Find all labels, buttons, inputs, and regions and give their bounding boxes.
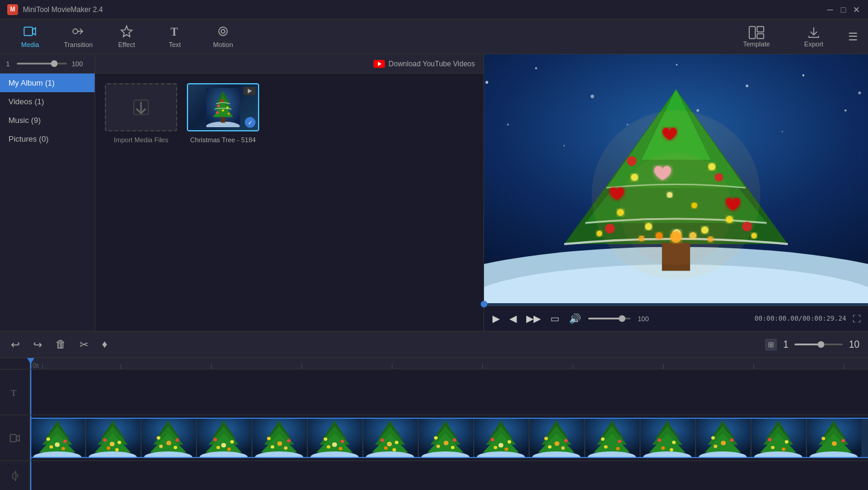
nav-my-album[interactable]: My Album (1) xyxy=(0,74,95,92)
toolbar-text[interactable]: T Text xyxy=(151,21,199,52)
progress-bar[interactable] xyxy=(484,303,868,306)
nav-music[interactable]: Music (9) xyxy=(0,111,95,130)
svg-point-30 xyxy=(858,92,861,95)
svg-point-156 xyxy=(451,446,454,450)
delete-button[interactable]: 🗑 xyxy=(53,336,69,353)
zoom-value: 100 xyxy=(72,60,89,68)
hamburger-button[interactable]: ☰ xyxy=(844,28,862,46)
toolbar-right: Template Export ☰ xyxy=(729,26,862,48)
toolbar-transition[interactable]: Transition xyxy=(54,21,102,52)
svg-point-165 xyxy=(508,441,511,444)
media-items: Import Media Files xyxy=(95,74,483,153)
timeline-zoom-controls: ⊞ 1 10 xyxy=(765,339,860,351)
toolbar-media[interactable]: Media xyxy=(6,21,54,52)
aspect-ratio-button[interactable]: ▭ xyxy=(548,312,562,325)
time-display: 00:00:00.00/00:00:29.24 xyxy=(755,315,846,322)
ruler-line-5 xyxy=(482,364,483,369)
svg-point-133 xyxy=(327,445,330,449)
zoom-bar: 1 100 xyxy=(0,54,95,74)
svg-rect-92 xyxy=(140,418,141,458)
svg-point-65 xyxy=(715,173,723,181)
svg-point-153 xyxy=(434,436,438,440)
svg-point-26 xyxy=(591,95,594,98)
yt-download-button[interactable]: Download YouTube Videos xyxy=(373,60,475,68)
svg-point-33 xyxy=(844,110,847,112)
text-label: Text xyxy=(169,41,181,48)
split-button[interactable]: ✂ xyxy=(77,336,91,354)
svg-point-4 xyxy=(219,27,227,36)
video-track[interactable] xyxy=(30,415,868,461)
text-track xyxy=(30,369,868,415)
ruler-playhead xyxy=(30,358,31,369)
minimize-button[interactable]: ─ xyxy=(826,5,834,14)
import-tile[interactable]: Import Media Files xyxy=(105,83,177,143)
video-badge-icon xyxy=(244,87,256,95)
svg-point-29 xyxy=(802,74,805,77)
svg-rect-6 xyxy=(749,27,755,39)
play-button[interactable]: ▶ xyxy=(490,312,502,325)
video-track-label xyxy=(0,415,30,461)
svg-point-50 xyxy=(617,209,624,216)
toolbar-template[interactable]: Template xyxy=(729,26,784,48)
zoom-slider-thumb xyxy=(51,60,58,67)
svg-point-52 xyxy=(667,192,672,198)
svg-point-48 xyxy=(631,174,638,181)
app-logo: M xyxy=(7,4,18,15)
svg-point-78 xyxy=(49,445,53,449)
prev-frame-button[interactable]: ◀ xyxy=(507,312,519,325)
video-tile[interactable]: ✓ Christmas Tree - 5184 xyxy=(187,83,259,143)
svg-point-88 xyxy=(118,441,121,445)
video-track-strip xyxy=(30,418,868,458)
nav-videos[interactable]: Videos (1) xyxy=(0,92,95,111)
svg-point-122 xyxy=(271,445,274,449)
content-area: 1 100 My Album (1) Videos (1) Music (9) … xyxy=(0,54,868,331)
svg-point-91 xyxy=(110,442,115,446)
progress-thumb xyxy=(481,301,488,307)
undo-button[interactable]: ↩ xyxy=(8,336,22,354)
svg-point-77 xyxy=(63,440,67,444)
svg-point-199 xyxy=(670,448,673,452)
zoom-slider-fill xyxy=(17,63,54,64)
redo-button[interactable]: ↪ xyxy=(31,336,45,354)
svg-rect-220 xyxy=(806,418,807,458)
more-button[interactable]: ♦ xyxy=(99,336,110,353)
svg-point-27 xyxy=(676,64,678,65)
svg-point-20 xyxy=(216,111,219,114)
time-current: 00:00:00.00 xyxy=(755,315,799,322)
svg-rect-147 xyxy=(418,418,418,458)
volume-slider[interactable] xyxy=(588,318,631,319)
svg-point-109 xyxy=(213,438,217,442)
toolbar-effect[interactable]: Effect xyxy=(102,21,151,52)
svg-point-208 xyxy=(714,445,717,448)
media-grid: Download YouTube Videos Import Media Fil… xyxy=(95,54,483,331)
svg-point-31 xyxy=(507,124,509,126)
maximize-button[interactable]: □ xyxy=(839,5,848,14)
svg-point-113 xyxy=(221,443,226,447)
svg-point-28 xyxy=(746,84,749,87)
import-box[interactable] xyxy=(105,83,177,131)
svg-point-177 xyxy=(548,445,552,449)
ruler-line-4 xyxy=(392,364,392,369)
svg-point-110 xyxy=(230,441,234,444)
nav-my-album-label: My Album xyxy=(8,78,43,87)
svg-point-189 xyxy=(616,447,620,451)
fullscreen-button[interactable]: ⛶ xyxy=(851,313,862,325)
ruler-line-2 xyxy=(211,364,212,369)
timeline-zoom-slider[interactable] xyxy=(794,344,843,345)
toolbar-export[interactable]: Export xyxy=(790,26,838,48)
volume-button[interactable]: 🔊 xyxy=(567,312,583,325)
svg-point-135 xyxy=(332,442,337,447)
motion-label: Motion xyxy=(213,41,233,48)
svg-point-228 xyxy=(832,441,837,445)
timeline-snap-button[interactable]: ⊞ xyxy=(765,339,777,351)
svg-point-112 xyxy=(227,448,231,451)
nav-pictures[interactable]: Pictures (0) xyxy=(0,130,95,148)
toolbar-motion[interactable]: Motion xyxy=(199,21,247,52)
next-frame-button[interactable]: ▶▶ xyxy=(524,312,543,325)
close-button[interactable]: ✕ xyxy=(852,5,861,14)
svg-point-90 xyxy=(115,448,119,452)
video-thumbnail[interactable]: ✓ xyxy=(187,83,259,131)
svg-point-207 xyxy=(730,439,734,442)
svg-point-145 xyxy=(392,448,396,452)
zoom-slider[interactable] xyxy=(17,63,67,64)
